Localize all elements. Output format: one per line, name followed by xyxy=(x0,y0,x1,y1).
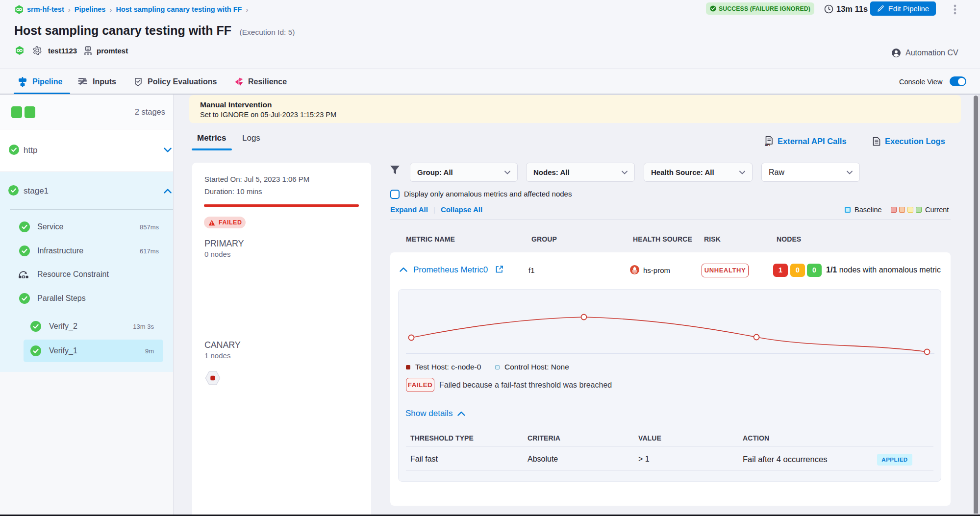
svg-text:API: API xyxy=(765,143,770,147)
